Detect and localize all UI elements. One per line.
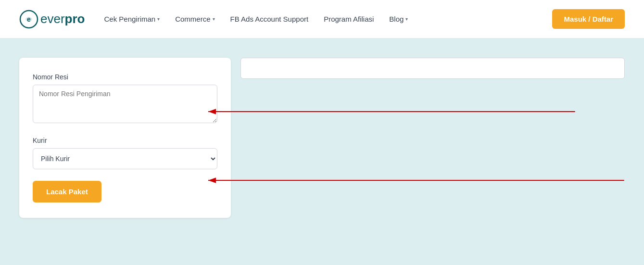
logo-icon: e	[19, 10, 38, 29]
nav-commerce[interactable]: Commerce ▾	[175, 15, 215, 23]
nomor-resi-input[interactable]	[33, 85, 217, 123]
nav-cek-pengiriman[interactable]: Cek Pengiriman ▾	[104, 15, 160, 23]
nav-program-afiliasi[interactable]: Program Afiliasi	[324, 15, 374, 23]
form-card: Nomor Resi Kurir Pilih Kurir JNE J&T SiC…	[19, 58, 231, 218]
logo[interactable]: e everpro	[19, 10, 85, 29]
nav-links: Cek Pengiriman ▾ Commerce ▾ FB Ads Accou…	[104, 15, 552, 23]
chevron-down-icon: ▾	[157, 16, 160, 22]
kurir-select[interactable]: Pilih Kurir JNE J&T SiCepat Anteraja Pos…	[33, 148, 217, 169]
chevron-down-icon: ▾	[213, 16, 215, 22]
nomor-resi-label: Nomor Resi	[33, 73, 217, 81]
brand-name: everpro	[40, 12, 85, 26]
nav-fb-ads[interactable]: FB Ads Account Support	[230, 15, 309, 23]
svg-text:e: e	[27, 15, 31, 23]
lacak-paket-button[interactable]: Lacak Paket	[33, 181, 101, 202]
right-panel	[240, 58, 625, 79]
result-input[interactable]	[240, 58, 625, 79]
navbar: e everpro Cek Pengiriman ▾ Commerce ▾ FB…	[0, 0, 644, 38]
kurir-label: Kurir	[33, 137, 217, 144]
nav-blog[interactable]: Blog ▾	[389, 15, 408, 23]
chevron-down-icon: ▾	[405, 16, 408, 22]
masuk-daftar-button[interactable]: Masuk / Daftar	[552, 9, 625, 29]
kurir-group: Kurir Pilih Kurir JNE J&T SiCepat Antera…	[33, 137, 217, 169]
nomor-resi-group: Nomor Resi	[33, 73, 217, 125]
main-content: Nomor Resi Kurir Pilih Kurir JNE J&T SiC…	[0, 38, 644, 265]
